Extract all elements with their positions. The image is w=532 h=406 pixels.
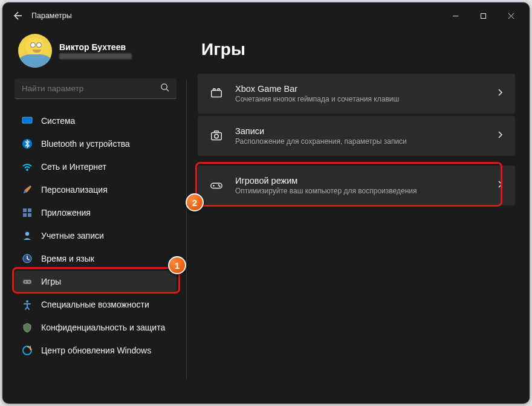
xbox-icon [209,87,224,100]
maximize-button[interactable] [469,6,497,25]
card-captures[interactable]: Записи Расположение для сохранения, пара… [198,116,515,156]
sidebar-item-accessibility[interactable]: Специальные возможности [15,294,177,315]
svg-rect-8 [23,213,27,217]
svg-rect-20 [212,133,222,140]
user-email-redacted [59,53,132,59]
sidebar-item-network[interactable]: Сеть и Интернет [15,156,177,178]
chevron-right-icon [496,180,504,191]
svg-rect-6 [23,208,27,212]
svg-rect-18 [213,89,216,91]
user-block[interactable]: Виктор Бухтеев [15,31,177,75]
svg-point-15 [26,300,28,303]
card-desc: Расположение для сохранения, параметры з… [235,137,407,146]
card-title: Записи [235,126,407,136]
accessibility-icon [22,299,33,310]
sidebar-item-label: Приложения [41,208,91,218]
sidebar-item-label: Игры [41,277,61,286]
svg-point-24 [218,184,219,185]
sidebar-item-bluetooth[interactable]: Bluetooth и устройства [15,133,177,155]
window-controls [441,6,525,25]
card-game-mode[interactable]: Игровой режим Оптимизируйте ваш компьюте… [198,166,515,205]
svg-point-21 [215,134,218,138]
chevron-right-icon [496,130,504,141]
sidebar-item-apps[interactable]: Приложения [15,202,177,224]
svg-rect-2 [22,117,32,123]
display-icon [22,115,33,126]
sidebar-item-label: Учетные записи [41,231,104,240]
svg-rect-17 [212,91,222,97]
svg-rect-22 [214,131,218,133]
wifi-icon [22,161,33,172]
sidebar-item-privacy[interactable]: Конфиденциальность и защита [15,317,177,338]
shield-icon [22,322,33,333]
sidebar-item-label: Персонализация [41,185,108,195]
main-panel: Игры Xbox Game Bar Сочетания кнопок гейм… [189,29,530,404]
vertical-divider [186,80,187,379]
user-name: Виктор Бухтеев [59,42,132,52]
page-title: Игры [201,40,515,59]
brush-icon [22,184,33,195]
sidebar-item-label: Центр обновления Windows [41,346,151,355]
clock-icon [22,253,33,264]
titlebar: Параметры [2,2,530,29]
svg-rect-7 [28,208,31,212]
annotation-badge-2: 2 [186,193,204,211]
sidebar-item-label: Конфиденциальность и защита [41,323,165,332]
card-title: Игровой режим [235,176,417,185]
app-title: Параметры [31,11,72,20]
gamepad-icon [209,179,224,192]
settings-window: Параметры Виктор Бухтеев [2,2,530,404]
sidebar-item-time[interactable]: Время и язык [15,248,177,269]
search-input[interactable] [22,84,160,93]
sidebar-item-label: Специальные возможности [41,300,149,309]
sidebar-item-gaming[interactable]: Игры [15,271,177,292]
chevron-right-icon [496,88,504,99]
sidebar-item-label: Время и язык [41,254,94,263]
sidebar-item-accounts[interactable]: Учетные записи [15,225,177,246]
svg-point-13 [25,281,26,282]
update-icon [22,345,33,356]
nav-list: Система Bluetooth и устройства Сеть и Ин… [15,110,177,361]
bluetooth-icon [22,138,33,149]
minimize-button[interactable] [441,6,469,25]
svg-point-10 [25,232,29,236]
avatar [18,34,52,68]
search-icon [160,83,169,94]
person-icon [22,230,33,241]
sidebar-item-label: Сеть и Интернет [41,162,106,172]
annotation-badge-1: 1 [168,256,186,274]
close-button[interactable] [497,6,525,25]
svg-rect-0 [481,13,485,18]
back-button[interactable] [7,5,28,26]
apps-icon [22,207,33,218]
card-desc: Сочетания кнопок геймпада и сочетания кл… [235,95,399,103]
sidebar-item-system[interactable]: Система [15,110,177,132]
search-box[interactable] [15,79,177,99]
sidebar-item-update[interactable]: Центр обновления Windows [15,340,177,361]
sidebar: Виктор Бухтеев Система Bluetooth и устро… [2,29,184,404]
card-desc: Оптимизируйте ваш компьютер для воспроиз… [235,187,417,195]
capture-icon [209,129,224,143]
svg-point-14 [28,281,30,282]
sidebar-item-personalization[interactable]: Персонализация [15,179,177,201]
svg-rect-9 [28,213,31,217]
svg-point-1 [161,84,167,89]
svg-rect-12 [23,280,31,284]
gamepad-icon [22,276,33,287]
svg-rect-19 [218,89,220,91]
svg-point-5 [27,169,28,171]
sidebar-item-label: Bluetooth и устройства [41,139,130,149]
settings-cards: Xbox Game Bar Сочетания кнопок геймпада … [198,74,515,205]
card-xbox-bar[interactable]: Xbox Game Bar Сочетания кнопок геймпада … [198,74,515,114]
card-title: Xbox Game Bar [235,84,399,94]
svg-point-25 [219,185,221,187]
sidebar-item-label: Система [41,116,75,126]
